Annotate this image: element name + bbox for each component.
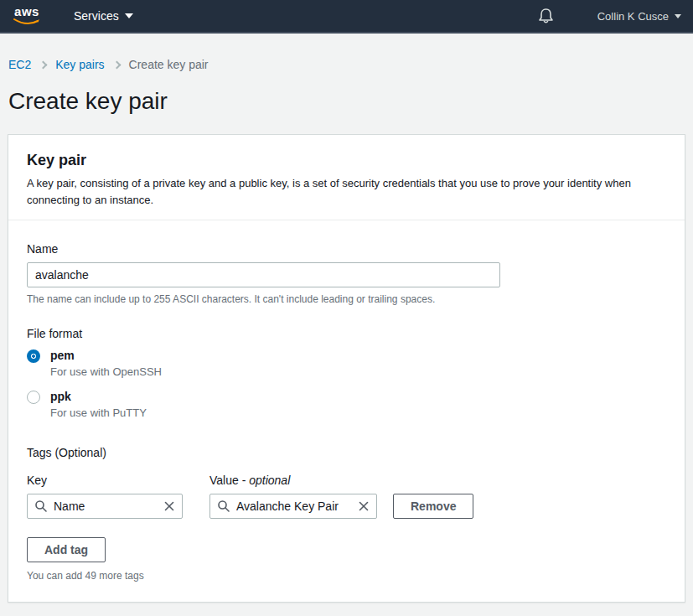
chevron-down-icon bbox=[675, 14, 681, 18]
clear-key-button[interactable] bbox=[163, 500, 175, 512]
remove-tag-button[interactable]: Remove bbox=[393, 494, 473, 519]
bell-icon bbox=[538, 8, 554, 25]
card-header: Key pair A key pair, consisting of a pri… bbox=[8, 135, 685, 220]
tag-value-label: Value - optional bbox=[209, 474, 290, 487]
top-navbar: aws Services Collin K Cusce bbox=[0, 0, 693, 34]
name-helper-text: The name can include up to 255 ASCII cha… bbox=[27, 293, 666, 305]
services-menu[interactable]: Services bbox=[74, 9, 133, 23]
tag-key-input-wrap bbox=[27, 494, 183, 519]
tag-column-labels: Key Value - optional bbox=[27, 474, 666, 487]
radio-label-ppk: ppk bbox=[50, 390, 147, 404]
aws-logo-text: aws bbox=[14, 6, 39, 18]
radio-selected-icon[interactable] bbox=[27, 349, 40, 363]
breadcrumb-chevron-icon bbox=[39, 60, 48, 69]
name-field-group: Name The name can include up to 255 ASCI… bbox=[27, 242, 666, 305]
radio-option-pem[interactable]: pem For use with OpenSSH bbox=[27, 349, 666, 378]
services-label: Services bbox=[74, 9, 119, 23]
breadcrumb-link-ec2[interactable]: EC2 bbox=[8, 58, 31, 71]
user-menu[interactable]: Collin K Cusce bbox=[597, 10, 681, 23]
search-icon bbox=[217, 500, 230, 513]
radio-desc-pem: For use with OpenSSH bbox=[50, 365, 162, 378]
name-input[interactable] bbox=[27, 262, 500, 287]
tags-section-label: Tags (Optional) bbox=[27, 446, 666, 459]
radio-label-pem: pem bbox=[50, 349, 162, 363]
aws-smile-icon bbox=[13, 18, 40, 26]
breadcrumb-chevron-icon bbox=[112, 60, 121, 69]
card-body: Name The name can include up to 255 ASCI… bbox=[8, 220, 685, 602]
breadcrumb: EC2 Key pairs Create key pair bbox=[8, 34, 685, 71]
clear-value-button[interactable] bbox=[358, 500, 370, 512]
add-tag-button[interactable]: Add tag bbox=[27, 537, 106, 562]
breadcrumb-current: Create key pair bbox=[129, 58, 209, 71]
tag-key-label: Key bbox=[27, 474, 209, 487]
page-title: Create key pair bbox=[8, 71, 685, 115]
tags-section: Tags (Optional) Key Value - optional bbox=[27, 446, 666, 582]
main-content: EC2 Key pairs Create key pair Create key… bbox=[0, 34, 693, 616]
close-icon bbox=[358, 500, 370, 512]
file-format-radio-group: pem For use with OpenSSH ppk For use wit… bbox=[27, 349, 666, 419]
search-icon bbox=[34, 500, 48, 513]
tag-key-input[interactable] bbox=[54, 500, 163, 513]
notifications-button[interactable] bbox=[538, 8, 554, 25]
tag-value-label-optional: optional bbox=[249, 474, 290, 487]
tag-value-label-prefix: Value - bbox=[209, 474, 246, 487]
name-label: Name bbox=[27, 242, 666, 256]
aws-logo[interactable]: aws bbox=[10, 6, 44, 26]
footer-actions: Cancel Create key pair bbox=[8, 603, 685, 616]
radio-desc-ppk: For use with PuTTY bbox=[50, 406, 147, 419]
key-pair-card: Key pair A key pair, consisting of a pri… bbox=[8, 134, 685, 603]
radio-option-text: pem For use with OpenSSH bbox=[50, 349, 162, 378]
radio-option-ppk[interactable]: ppk For use with PuTTY bbox=[27, 390, 666, 419]
card-description: A key pair, consisting of a private key … bbox=[27, 175, 666, 208]
card-heading: Key pair bbox=[27, 152, 666, 169]
close-icon bbox=[163, 500, 175, 512]
tag-value-input[interactable] bbox=[236, 500, 358, 513]
breadcrumb-link-key-pairs[interactable]: Key pairs bbox=[55, 58, 104, 71]
tag-value-input-wrap bbox=[209, 494, 377, 519]
tag-counter-text: You can add 49 more tags bbox=[27, 570, 666, 582]
radio-option-text: ppk For use with PuTTY bbox=[50, 390, 147, 419]
file-format-group: File format pem For use with OpenSSH ppk bbox=[27, 327, 666, 419]
file-format-label: File format bbox=[27, 327, 666, 340]
radio-unselected-icon[interactable] bbox=[27, 391, 40, 404]
chevron-down-icon bbox=[125, 13, 133, 18]
tag-row: Remove bbox=[27, 494, 666, 519]
user-name: Collin K Cusce bbox=[597, 10, 669, 23]
